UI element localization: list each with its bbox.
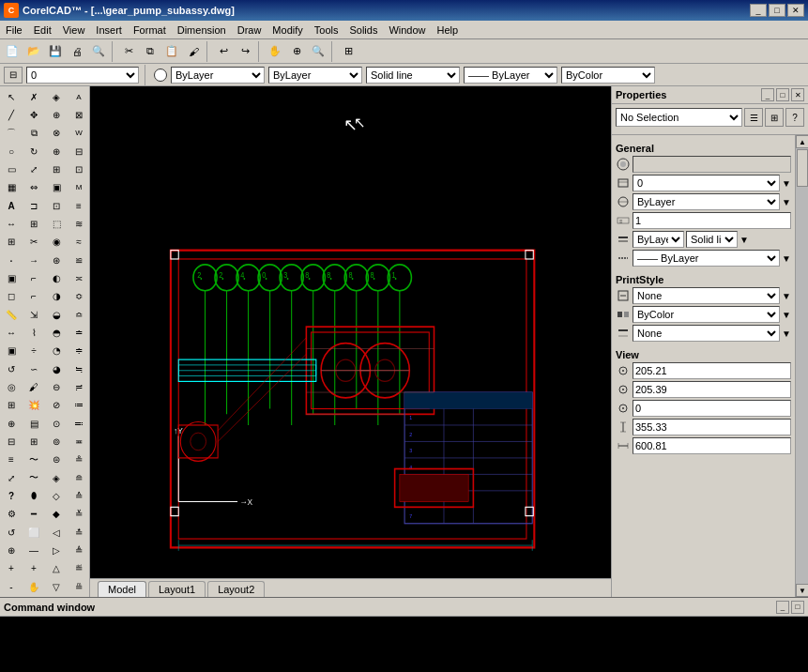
gear-tool[interactable]: ⚙ <box>2 506 21 523</box>
tool-c3-18[interactable]: ⊘ <box>47 397 66 414</box>
menu-modify[interactable]: Modify <box>267 21 308 38</box>
tab-layout2[interactable]: Layout2 <box>207 581 265 597</box>
center-y-input[interactable] <box>633 381 791 398</box>
cmd-minimize-button[interactable]: _ <box>776 601 789 614</box>
tool-c3-24[interactable]: ◆ <box>47 506 66 523</box>
tool-c3-26[interactable]: ▷ <box>47 542 66 558</box>
snap-tool[interactable]: ◎ <box>2 378 21 395</box>
circle-tool[interactable]: ○ <box>2 143 21 160</box>
tool-c4-23[interactable]: ≙ <box>69 487 88 504</box>
layer-manager-button[interactable]: ⊟ <box>4 67 23 84</box>
linetype-style-dropdown[interactable]: Solid line <box>366 67 460 84</box>
tool-c4-10[interactable]: ≌ <box>69 252 88 268</box>
layer-dropdown-arrow[interactable]: ▼ <box>782 178 791 189</box>
center-z-input[interactable] <box>633 400 791 417</box>
ps2-none-select[interactable]: None <box>633 325 780 342</box>
new-button[interactable]: 📄 <box>2 41 23 62</box>
plotstyle-prop-select[interactable]: —— ByLayer <box>633 250 780 267</box>
thick-tool[interactable]: ━ <box>24 506 43 523</box>
tool-c3-25[interactable]: ◁ <box>47 524 66 541</box>
print-preview-button[interactable]: 🔍 <box>88 41 109 62</box>
tool-c4-6[interactable]: M <box>69 179 88 196</box>
xref-tool[interactable]: ⊞ <box>24 433 43 450</box>
tool-c3-8[interactable]: ⬚ <box>47 215 66 232</box>
properties-settings-button[interactable]: ⊞ <box>765 108 784 127</box>
props-minimize-button[interactable]: _ <box>761 88 774 101</box>
menu-file[interactable]: File <box>0 21 28 38</box>
menu-format[interactable]: Format <box>128 21 172 38</box>
area-tool[interactable]: ▣ <box>2 343 21 359</box>
tool-c3-10[interactable]: ⊛ <box>47 252 66 268</box>
scroll-up-button[interactable]: ▲ <box>796 135 808 148</box>
tool-c4-4[interactable]: ⊟ <box>69 143 88 160</box>
tool-c4-9[interactable]: ≈ <box>69 234 88 251</box>
insert-tool[interactable]: ⊞ <box>2 234 21 251</box>
linetype-dropdown[interactable]: ByLayer <box>268 67 362 84</box>
rect-tool[interactable]: ▭ <box>2 160 21 177</box>
lineweight-dropdown[interactable]: —— ByLayer <box>464 67 557 84</box>
tool-c4-8[interactable]: ≋ <box>69 215 88 232</box>
menu-insert[interactable]: Insert <box>90 21 128 38</box>
tool-c3-23[interactable]: ◇ <box>47 487 66 504</box>
tool-c3-3[interactable]: ⊗ <box>47 125 66 142</box>
zoom-window-button[interactable]: 🔍 <box>308 41 328 62</box>
menu-dimension[interactable]: Dimension <box>172 21 232 38</box>
match-properties-button[interactable]: 🖌 <box>183 41 204 62</box>
spline-tool[interactable]: 〜 <box>24 469 43 486</box>
menu-edit[interactable]: Edit <box>28 21 57 38</box>
titlebar-controls[interactable]: _ □ ✕ <box>750 4 804 17</box>
menu-window[interactable]: Window <box>383 21 431 38</box>
zoom-realtime-button[interactable]: ⊕ <box>286 41 307 62</box>
scroll-thumb[interactable] <box>797 149 808 187</box>
break-tool[interactable]: ⌇ <box>24 324 43 341</box>
tool-c4-5[interactable]: ⊡ <box>69 160 88 177</box>
properties-help-button[interactable]: ? <box>785 108 804 127</box>
tool-c3-12[interactable]: ◑ <box>47 288 66 305</box>
command-window-controls[interactable]: _ □ <box>776 601 804 614</box>
tool-c3-19[interactable]: ⊙ <box>47 415 66 432</box>
cut-button[interactable]: ✂ <box>118 41 139 62</box>
tool-c3-13[interactable]: ◒ <box>47 306 66 323</box>
tool-c3-14[interactable]: ◓ <box>47 324 66 341</box>
redo-button[interactable]: ↪ <box>235 41 255 62</box>
open-button[interactable]: 📂 <box>23 41 44 62</box>
tool-c4-24[interactable]: ≚ <box>69 506 88 523</box>
tool-c3-6[interactable]: ▣ <box>47 179 66 196</box>
color-input[interactable] <box>633 156 791 173</box>
tool-c4-20[interactable]: ≖ <box>69 433 88 450</box>
tool-c3-22[interactable]: ◈ <box>47 469 66 486</box>
menu-view[interactable]: View <box>57 21 91 38</box>
center-x-input[interactable] <box>633 362 791 379</box>
toggle-view-button[interactable]: ☰ <box>744 108 763 127</box>
linetype-tool[interactable]: ― <box>24 542 43 558</box>
bndy-tool[interactable]: ⬜ <box>24 524 43 541</box>
tool-c4-19[interactable]: ≕ <box>69 415 88 432</box>
undo-button[interactable]: ↩ <box>213 41 234 62</box>
tool-c4-14[interactable]: ≐ <box>69 324 88 341</box>
line-tool[interactable]: ╱ <box>2 106 21 123</box>
tool-c4-12[interactable]: ≎ <box>69 288 88 305</box>
linetype-dropdown-arrow[interactable]: ▼ <box>782 197 791 207</box>
pedit-tool[interactable]: ∽ <box>24 360 43 377</box>
scale-tool[interactable]: ⤢ <box>24 160 43 177</box>
array-tool[interactable]: ⊞ <box>24 215 43 232</box>
tool-c3-1[interactable]: ◈ <box>47 88 66 105</box>
color-dropdown[interactable]: ByLayer <box>171 67 265 84</box>
select-tool[interactable]: ↖ <box>2 88 21 105</box>
tool-c3-28[interactable]: ▽ <box>47 578 66 595</box>
scroll-track[interactable] <box>796 148 808 584</box>
wipeout-tool[interactable]: ◻ <box>2 288 21 305</box>
rotate-tool[interactable]: ↻ <box>24 143 43 160</box>
save-button[interactable]: 💾 <box>45 41 66 62</box>
tool-c3-11[interactable]: ◐ <box>47 269 66 286</box>
move-tool[interactable]: ✥ <box>24 106 43 123</box>
tool-c4-21[interactable]: ≗ <box>69 451 88 468</box>
ortho-tool[interactable]: ⊕ <box>2 415 21 432</box>
tool-c3-2[interactable]: ⊕ <box>47 106 66 123</box>
selection-dropdown[interactable]: No Selection <box>616 108 742 127</box>
tool-c3-4[interactable]: ⊕ <box>47 143 66 160</box>
ps2-dropdown-arrow[interactable]: ▼ <box>782 310 791 320</box>
block-tool[interactable]: ▤ <box>24 415 43 432</box>
ps3-dropdown-arrow[interactable]: ▼ <box>782 328 791 339</box>
tool-c3-27[interactable]: △ <box>47 560 66 577</box>
